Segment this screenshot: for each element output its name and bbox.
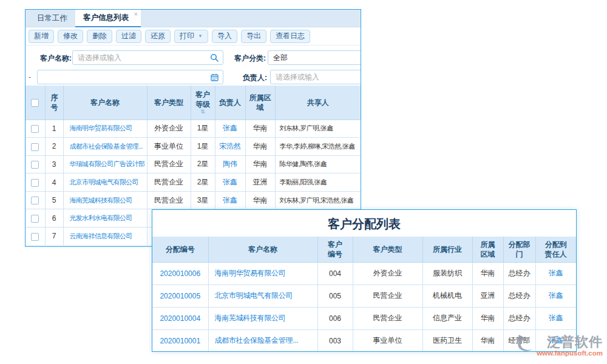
owner-link[interactable]: 陶伟	[215, 155, 245, 174]
customer-name-link[interactable]: 光发水利水电有限公司	[63, 209, 147, 228]
customer-level: 1星	[191, 138, 215, 156]
row-checkbox[interactable]	[31, 161, 39, 169]
customer-name-link[interactable]: 海南芜城科技有限公司	[208, 307, 317, 329]
customer-name-link[interactable]: 华瑞城有限公司广告设计部	[63, 155, 147, 174]
alloc-no-link[interactable]: 2020010006	[152, 262, 208, 285]
col-customer-level[interactable]: 客户等级⇅	[191, 86, 215, 120]
tab-daily-work[interactable]: 日常工作	[29, 10, 75, 27]
customer-type: 事业单位	[147, 138, 191, 156]
owner-input-wrap	[270, 70, 361, 84]
customer-name-link[interactable]: 成都市社会保险基金管理...	[208, 329, 317, 352]
import-button[interactable]: 导入	[212, 30, 237, 43]
assignee-link[interactable]: 张鑫	[535, 307, 576, 329]
table-row: 2 成都市社会保险基金管理... 事业单位 1星 宋浩然 华南 李华,李婷,柳琳…	[25, 138, 361, 156]
customer-name-link[interactable]: 云南海祥信息有限公司	[63, 228, 147, 246]
restore-button[interactable]: 还原	[145, 30, 171, 43]
row-no: 2	[45, 138, 63, 156]
customer-name-link[interactable]: 海南明华贸易有限公司	[208, 262, 317, 285]
sort-icon[interactable]: ⇅	[194, 109, 212, 115]
add-button[interactable]: 新增	[29, 30, 54, 43]
row-checkbox[interactable]	[31, 179, 39, 187]
col-customer-type: 客户类型	[353, 237, 422, 262]
row-checkbox[interactable]	[31, 143, 39, 151]
export-button[interactable]: 导出	[241, 30, 266, 43]
row-select-cell	[25, 174, 45, 192]
row-select-cell	[25, 155, 45, 174]
table-row: 1 海南明华贸易有限公司 外资企业 1星 张鑫 华南 刘东林,罗广明,张鑫	[25, 120, 361, 138]
alloc-no-link[interactable]: 2020010005	[152, 285, 208, 307]
customer-name-link[interactable]: 北京市明城电气有限公司	[63, 174, 147, 192]
allocation-table: 分配编号 客户名称 客户编号 客户类型 所属行业 所属区域 分配部门 分配到责任…	[152, 237, 576, 352]
customer-category-input[interactable]	[268, 51, 361, 64]
row-checkbox[interactable]	[31, 233, 39, 241]
col-customer-level-label: 客户等级	[195, 90, 210, 109]
watermark-brand: 泛普软件	[547, 335, 603, 349]
assignee-link[interactable]: 张鑫	[535, 285, 576, 307]
customer-type: 事业单位	[353, 329, 422, 352]
filter-button[interactable]: 过滤	[116, 30, 141, 43]
row-no: 6	[45, 209, 63, 228]
customer-type: 民营企业	[147, 191, 191, 209]
owner-link[interactable]: 张鑫	[215, 120, 245, 138]
table-header-row: 序号 客户名称 客户类型 客户等级⇅ 负责人 所属区域 共享人	[25, 86, 361, 120]
view-log-button[interactable]: 查看日志	[270, 30, 310, 43]
search-icon[interactable]	[210, 53, 219, 62]
customer-category-input-wrap	[268, 50, 361, 65]
alloc-no-link[interactable]: 2020010001	[152, 329, 208, 352]
customer-name-link[interactable]: 海南芜城科技有限公司	[63, 191, 147, 209]
row-no: 5	[45, 191, 63, 209]
owner-link[interactable]: 宋浩然	[215, 138, 245, 156]
delete-button[interactable]: 删除	[87, 30, 112, 43]
customer-no: 003	[317, 329, 353, 352]
alloc-no-link[interactable]: 2020010004	[152, 307, 208, 329]
print-button[interactable]: 打印▼	[174, 30, 208, 43]
dept: 总经办	[503, 262, 535, 285]
row-no: 1	[45, 120, 63, 138]
close-icon[interactable]: ×	[134, 10, 138, 18]
dept: 总经办	[503, 307, 535, 329]
shared-list: 陈华健,陶伟,张鑫	[275, 155, 361, 174]
region: 亚洲	[245, 174, 275, 192]
customer-level: 1星	[191, 120, 215, 138]
table-row: 4 北京市明城电气有限公司 民营企业 2星 张鑫 亚洲 李勤丽,阳强,张鑫	[25, 174, 361, 192]
row-no: 3	[45, 155, 63, 174]
region: 亚洲	[472, 285, 503, 307]
owner-label: 负责人:	[243, 73, 267, 83]
assignee-link[interactable]: 张鑫	[535, 262, 576, 285]
tab-customer-info-list[interactable]: 客户信息列表 ×	[75, 10, 141, 27]
owner-link[interactable]: 张鑫	[215, 191, 245, 209]
col-customer-name: 客户名称	[63, 86, 147, 120]
calendar-icon[interactable]	[211, 73, 219, 81]
col-no: 序号	[45, 86, 63, 120]
industry: 医药卫生	[422, 329, 472, 352]
filter-area: 客户名称: 客户分类: - 负责人:	[25, 46, 361, 86]
customer-level: 3星	[191, 191, 215, 209]
customer-name-input[interactable]	[73, 51, 210, 64]
customer-type: 外资企业	[353, 262, 422, 285]
tab-label: 客户信息列表	[83, 13, 129, 22]
customer-name-link[interactable]: 海南明华贸易有限公司	[63, 120, 147, 138]
region: 华南	[472, 307, 503, 329]
allocation-row: 2020010004 海南芜城科技有限公司 006 民营企业 信息产业 华南 总…	[152, 307, 576, 329]
shared-list: 刘东林,罗广明,张鑫	[275, 120, 361, 138]
table-row: 5 海南芜城科技有限公司 民营企业 3星 张鑫 华南 刘东林,罗广明,宋浩然,张…	[25, 191, 361, 209]
allocation-row: 2020010005 北京市明城电气有限公司 005 民营企业 机械机电 亚洲 …	[152, 285, 576, 307]
date-input[interactable]	[38, 70, 211, 84]
watermark-url: www.fanpusoft.com	[537, 349, 603, 357]
customer-type: 民营企业	[353, 307, 422, 329]
owner-input[interactable]	[271, 70, 361, 84]
allocation-title: 客户分配列表	[152, 210, 576, 237]
owner-link[interactable]: 张鑫	[215, 174, 245, 192]
region: 华南	[472, 329, 503, 352]
date-range-separator: -	[29, 73, 31, 81]
row-checkbox[interactable]	[31, 125, 39, 133]
customer-name-link[interactable]: 北京市明城电气有限公司	[208, 285, 317, 307]
select-all-checkbox[interactable]	[31, 99, 39, 107]
row-checkbox[interactable]	[31, 197, 39, 204]
col-customer-type: 客户类型	[147, 86, 191, 120]
customer-name-link[interactable]: 成都市社会保险基金管理...	[63, 138, 147, 156]
shared-list: 李华,李婷,柳琳,宋浩然,张鑫	[275, 138, 361, 156]
edit-button[interactable]: 修改	[58, 30, 83, 43]
allocation-row: 2020010001 成都市社会保险基金管理... 003 事业单位 医药卫生 …	[152, 329, 576, 352]
row-checkbox[interactable]	[31, 215, 39, 223]
